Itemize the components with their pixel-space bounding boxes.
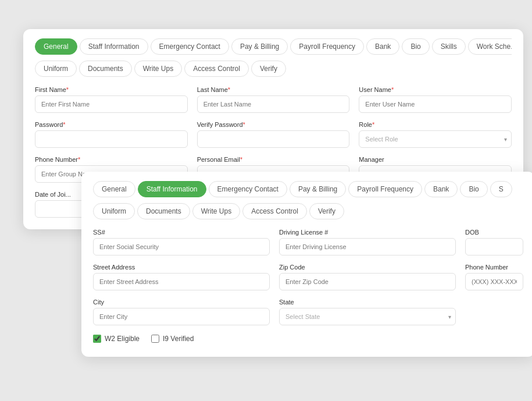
- personal-email-label: Personal Email*: [197, 156, 350, 163]
- tab-bank-back[interactable]: Bank: [366, 38, 399, 55]
- tab-uniform-back[interactable]: Uniform: [35, 61, 77, 77]
- verify-password-label: Verify Password*: [197, 121, 350, 128]
- staff-info-card: General Staff Information Emergency Cont…: [81, 172, 532, 357]
- tab-payroll-freq-front[interactable]: Payroll Frequency: [348, 181, 422, 197]
- back-form-row-1: First Name* Last Name* User Name*: [35, 86, 512, 113]
- zip-code-label: Zip Code: [279, 264, 456, 271]
- w2-eligible-checkbox[interactable]: [93, 335, 101, 343]
- dob-input[interactable]: [465, 238, 523, 255]
- user-name-group: User Name*: [359, 86, 512, 113]
- role-label: Role*: [359, 121, 512, 128]
- tab-write-ups-front[interactable]: Write Ups: [192, 203, 240, 219]
- tab-work-schedule-back[interactable]: Work Sche...: [468, 38, 512, 55]
- front-form-row-1: SS# Driving License # DOB: [93, 229, 523, 255]
- password-group: Password*: [35, 121, 188, 148]
- verify-password-group: Verify Password*: [197, 121, 350, 148]
- user-name-input[interactable]: [359, 95, 512, 113]
- driving-license-label: Driving License #: [279, 229, 456, 236]
- state-label: State: [279, 299, 456, 306]
- last-name-group: Last Name*: [197, 86, 350, 113]
- city-group: City: [93, 299, 270, 325]
- tab-general-front[interactable]: General: [93, 181, 135, 197]
- tab-skills-back[interactable]: Skills: [432, 38, 466, 55]
- phone-number-input-front[interactable]: [465, 273, 523, 290]
- tabs-row-1-back: General Staff Information Emergency Cont…: [35, 38, 512, 55]
- role-select-wrapper: Select Role: [359, 130, 512, 148]
- tab-s-front[interactable]: S: [490, 181, 512, 197]
- i9-verified-item: I9 Verified: [151, 335, 194, 343]
- last-name-label: Last Name*: [197, 86, 350, 93]
- state-select-wrapper: Select State: [279, 308, 456, 325]
- tab-pay-billing-back[interactable]: Pay & Billing: [231, 38, 288, 55]
- tab-bio-back[interactable]: Bio: [402, 38, 429, 55]
- manager-label: Manager: [359, 156, 512, 163]
- role-select[interactable]: Select Role: [359, 130, 512, 148]
- first-name-label: First Name*: [35, 86, 188, 93]
- tab-verify-front[interactable]: Verify: [309, 203, 344, 219]
- i9-verified-label: I9 Verified: [163, 335, 194, 343]
- phone-number-group-front: Phone Number: [465, 264, 523, 290]
- checkboxes-row: W2 Eligible I9 Verified: [93, 335, 523, 343]
- state-select[interactable]: Select State: [279, 308, 456, 325]
- tab-bio-front[interactable]: Bio: [460, 181, 487, 197]
- role-group: Role* Select Role: [359, 121, 512, 148]
- tab-access-control-front[interactable]: Access Control: [242, 203, 307, 219]
- tab-general-back[interactable]: General: [35, 38, 77, 55]
- city-label: City: [93, 299, 270, 306]
- tab-bank-front[interactable]: Bank: [424, 181, 458, 197]
- city-input[interactable]: [93, 308, 270, 325]
- first-name-group: First Name*: [35, 86, 188, 113]
- last-name-input[interactable]: [197, 95, 350, 113]
- phone-number-label-front: Phone Number: [465, 264, 523, 271]
- front-form-row-3: City State Select State: [93, 299, 523, 325]
- phone-number-label-back: Phone Number*: [35, 156, 188, 163]
- i9-verified-checkbox[interactable]: [151, 335, 159, 343]
- back-form-row-2: Password* Verify Password* Role* Select …: [35, 121, 512, 148]
- driving-license-input[interactable]: [279, 238, 456, 255]
- tab-payroll-freq-back[interactable]: Payroll Frequency: [290, 38, 364, 55]
- tabs-row-1-front: General Staff Information Emergency Cont…: [93, 181, 523, 197]
- ss-group: SS#: [93, 229, 270, 255]
- tab-write-ups-back[interactable]: Write Ups: [134, 61, 182, 77]
- tab-verify-back[interactable]: Verify: [251, 61, 286, 77]
- front-form-row-2: Street Address Zip Code Phone Number: [93, 264, 523, 290]
- tab-emergency-front[interactable]: Emergency Contact: [209, 181, 287, 197]
- state-group: State Select State: [279, 299, 456, 325]
- verify-password-input[interactable]: [197, 130, 350, 148]
- first-name-input[interactable]: [35, 95, 188, 113]
- tabs-row-2-back: Uniform Documents Write Ups Access Contr…: [35, 61, 512, 77]
- street-address-label: Street Address: [93, 264, 270, 271]
- user-name-label: User Name*: [359, 86, 512, 93]
- tab-uniform-front[interactable]: Uniform: [93, 203, 135, 219]
- tab-pay-billing-front[interactable]: Pay & Billing: [290, 181, 346, 197]
- tab-staff-info-back[interactable]: Staff Information: [80, 38, 148, 55]
- tab-documents-back[interactable]: Documents: [79, 61, 132, 77]
- zip-code-input[interactable]: [279, 273, 456, 290]
- dob-label: DOB: [465, 229, 523, 236]
- ss-label: SS#: [93, 229, 270, 236]
- tabs-row-2-front: Uniform Documents Write Ups Access Contr…: [93, 203, 523, 219]
- dob-group: DOB: [465, 229, 523, 255]
- w2-eligible-item: W2 Eligible: [93, 335, 140, 343]
- tab-emergency-back[interactable]: Emergency Contact: [151, 38, 229, 55]
- zip-code-group: Zip Code: [279, 264, 456, 290]
- tab-access-control-back[interactable]: Access Control: [184, 61, 249, 77]
- password-input[interactable]: [35, 130, 188, 148]
- tab-staff-info-front[interactable]: Staff Information: [138, 181, 206, 197]
- street-address-input[interactable]: [93, 273, 270, 290]
- street-address-group: Street Address: [93, 264, 270, 290]
- password-label: Password*: [35, 121, 188, 128]
- driving-license-group: Driving License #: [279, 229, 456, 255]
- w2-eligible-label: W2 Eligible: [105, 335, 140, 343]
- empty-col: [465, 299, 523, 325]
- tab-documents-front[interactable]: Documents: [137, 203, 190, 219]
- ss-input[interactable]: [93, 238, 270, 255]
